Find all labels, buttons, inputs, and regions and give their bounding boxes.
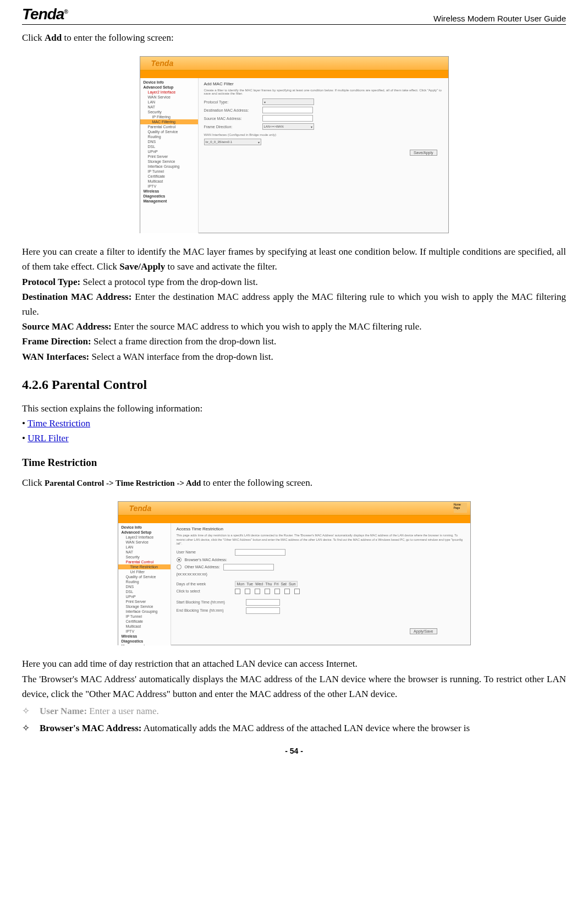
link-url-filter[interactable]: URL Filter bbox=[28, 433, 68, 443]
sidebar-item[interactable]: Certificate bbox=[118, 619, 171, 624]
sidebar-item-active[interactable]: Time Restriction bbox=[118, 564, 171, 569]
screenshot-mac-filter: Tenda Device Info Advanced Setup Layer2 … bbox=[140, 56, 449, 233]
sidebar-item[interactable]: IP Tunnel bbox=[118, 614, 171, 619]
sidebar-item[interactable]: Wireless bbox=[118, 634, 171, 639]
sidebar-item[interactable]: Storage Service bbox=[140, 159, 198, 164]
sidebar-item[interactable]: Interface Grouping bbox=[140, 164, 198, 169]
checkbox-day[interactable] bbox=[274, 589, 280, 594]
ss2-sidebar: Device Info Advanced Setup Layer2 Interf… bbox=[118, 523, 171, 645]
para2-p2: The 'Browser's MAC Address' automaticall… bbox=[22, 672, 566, 701]
sidebar-item[interactable]: Certificate bbox=[140, 174, 198, 179]
para-dir: Frame Direction: Select a frame directio… bbox=[22, 334, 566, 349]
sidebar-item[interactable]: Advanced Setup bbox=[118, 530, 171, 535]
sidebar-item[interactable]: IP Tunnel bbox=[140, 169, 198, 174]
label-dmac: Destination MAC Address: bbox=[204, 108, 259, 112]
sidebar-item[interactable]: WAN Service bbox=[118, 540, 171, 545]
sidebar-item[interactable]: Parental Control bbox=[140, 124, 198, 129]
sidebar-item[interactable]: Multicast bbox=[140, 179, 198, 184]
sidebar-item[interactable]: Parental Control bbox=[118, 559, 171, 564]
checkbox-day[interactable] bbox=[294, 589, 300, 594]
sidebar-item[interactable]: Quality of Service bbox=[118, 574, 171, 579]
sidebar-item[interactable]: Management bbox=[118, 644, 171, 645]
sidebar-item[interactable]: Device Info bbox=[118, 525, 171, 530]
checkbox-day[interactable] bbox=[255, 589, 260, 594]
input-username[interactable] bbox=[235, 549, 285, 556]
sidebar-item[interactable]: LAN bbox=[118, 545, 171, 550]
ss1-desc: Create a filter to identify the MAC laye… bbox=[204, 89, 443, 95]
checkbox-day[interactable] bbox=[265, 589, 270, 594]
checkbox-day[interactable] bbox=[245, 589, 250, 594]
ss2-heading: Access Time Restriction bbox=[177, 526, 465, 531]
page-header: Tenda® Wireless Modem Router User Guide bbox=[22, 0, 566, 25]
radio-other-mac[interactable] bbox=[177, 564, 182, 569]
sidebar-item[interactable]: Print Server bbox=[140, 154, 198, 159]
home-page-button[interactable]: Home Page bbox=[454, 503, 467, 513]
ss2-logo: Tenda bbox=[129, 504, 152, 513]
input-end-time[interactable] bbox=[246, 607, 280, 614]
sidebar-item[interactable]: Interface Grouping bbox=[118, 609, 171, 614]
sidebar-item-active[interactable]: MAC Filtering bbox=[140, 119, 198, 124]
ss2-orangebar bbox=[118, 515, 470, 523]
checkbox-day[interactable] bbox=[235, 589, 240, 594]
sidebar-item[interactable]: Advanced Setup bbox=[140, 85, 198, 90]
screenshot-time-restriction: Tenda Home Page Device Info Advanced Set… bbox=[118, 501, 471, 645]
sidebar-item[interactable]: Url Filter bbox=[118, 569, 171, 574]
input-smac[interactable] bbox=[262, 115, 313, 122]
select-dir[interactable]: LAN<=>WAN bbox=[262, 123, 314, 130]
sidebar-item[interactable]: Multicast bbox=[118, 624, 171, 629]
bullet-url-filter: • URL Filter bbox=[22, 431, 566, 446]
sidebar-item[interactable]: Security bbox=[118, 555, 171, 559]
sidebar-item[interactable]: WAN Service bbox=[140, 95, 198, 100]
sidebar-item[interactable]: Management bbox=[140, 199, 198, 204]
select-wan[interactable]: br_0_0_35/atm0.1 bbox=[204, 139, 261, 145]
radio-browser-mac[interactable] bbox=[177, 557, 182, 562]
days-header: MonTueWedThuFriSatSun bbox=[235, 581, 298, 587]
sidebar-item[interactable]: IPTV bbox=[118, 629, 171, 634]
sidebar-item[interactable]: IP Filtering bbox=[140, 114, 198, 119]
doc-title: Wireless Modem Router User Guide bbox=[433, 14, 566, 23]
input-other-mac[interactable] bbox=[223, 564, 274, 570]
label-end-time: End Blocking Time (hh:mm) bbox=[177, 608, 243, 612]
ss1-main: Add MAC Filter Create a filter to identi… bbox=[199, 78, 448, 233]
sidebar-item[interactable]: UPnP bbox=[140, 149, 198, 154]
heading-426: 4.2.6 Parental Control bbox=[22, 377, 566, 392]
para-smac: Source MAC Address: Enter the source MAC… bbox=[22, 319, 566, 334]
sidebar-item[interactable]: Quality of Service bbox=[140, 129, 198, 134]
sidebar-item[interactable]: Diagnostics bbox=[140, 194, 198, 199]
sidebar-item[interactable]: DSL bbox=[118, 589, 171, 594]
sidebar-item[interactable]: IPTV bbox=[140, 184, 198, 189]
select-protocol[interactable] bbox=[262, 98, 314, 105]
sidebar-item[interactable]: Security bbox=[140, 109, 198, 114]
ss1-heading: Add MAC Filter bbox=[204, 81, 443, 86]
sidebar-item[interactable]: Layer2 Interface bbox=[118, 535, 171, 540]
label-click-select: Click to select bbox=[177, 589, 232, 593]
label-smac: Source MAC Address: bbox=[204, 117, 259, 120]
sidebar-item[interactable]: Storage Service bbox=[118, 604, 171, 609]
apply-save-button[interactable]: Apply/Save bbox=[410, 628, 437, 634]
sidebar-item[interactable]: Routing bbox=[118, 579, 171, 584]
sidebar-item[interactable]: Diagnostics bbox=[118, 639, 171, 644]
sidebar-item[interactable]: LAN bbox=[140, 100, 198, 105]
save-apply-button[interactable]: Save/Apply bbox=[410, 150, 437, 156]
sidebar-item[interactable]: Layer2 Interface bbox=[140, 90, 198, 95]
ss1-orangebar bbox=[140, 70, 448, 78]
para2-p1: Here you can add time of day restriction… bbox=[22, 656, 566, 671]
sidebar-item[interactable]: NAT bbox=[118, 550, 171, 555]
input-start-time[interactable] bbox=[246, 599, 280, 606]
sidebar-item[interactable]: NAT bbox=[140, 105, 198, 109]
sidebar-item[interactable]: DNS bbox=[118, 584, 171, 589]
checkbox-day[interactable] bbox=[284, 589, 290, 594]
day-checkboxes bbox=[235, 589, 300, 594]
sidebar-item[interactable]: DNS bbox=[140, 139, 198, 144]
label-days: Days of the week bbox=[177, 582, 232, 586]
sidebar-item[interactable]: Routing bbox=[140, 134, 198, 139]
sidebar-item[interactable]: Device Info bbox=[140, 80, 198, 85]
sidebar-item[interactable]: UPnP bbox=[118, 594, 171, 599]
bullet-time-restriction: • Time Restriction bbox=[22, 416, 566, 431]
sidebar-item[interactable]: Print Server bbox=[118, 599, 171, 604]
link-time-restriction[interactable]: Time Restriction bbox=[28, 418, 90, 429]
input-dmac[interactable] bbox=[262, 107, 313, 113]
intro-line: Click Add to enter the following screen: bbox=[22, 30, 566, 45]
sidebar-item[interactable]: DSL bbox=[140, 144, 198, 149]
sidebar-item[interactable]: Wireless bbox=[140, 189, 198, 194]
